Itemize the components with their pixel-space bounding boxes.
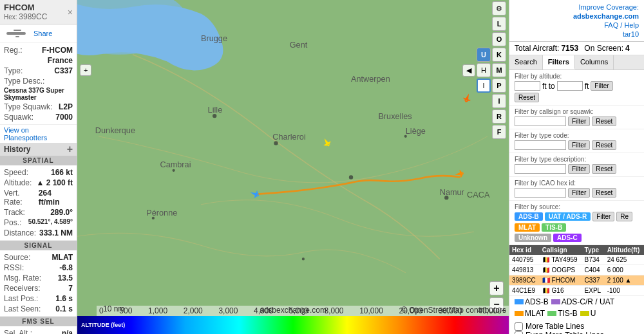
tar10-link[interactable]: tar10 [623,30,639,38]
altitude-bar-label: ALTITUDE (feet) [77,320,129,329]
tab-columns[interactable]: Columns [575,55,614,70]
improve-coverage-link[interactable]: Improve Coverage: [578,3,639,11]
map-O-btn[interactable]: O [492,32,506,46]
map-F-btn[interactable]: F [492,125,506,139]
badge-tisb[interactable]: TIS-B [542,223,566,232]
col-type[interactable]: Type [582,245,605,255]
map-toolbar: + ◀ U H I ⚙ L O K M P I R F [77,0,509,140]
cell-callsign: 🇧🇪 OOGPS [540,265,582,275]
map-M-btn[interactable]: M [492,63,506,77]
badge-mlat[interactable]: MLAT [515,223,540,232]
legend-tisb-label: TIS-B [558,309,578,318]
svg-rect-2 [15,36,19,37]
table-row[interactable]: 440795 🇧🇪 TAY4959 B734 24 625 [509,255,644,265]
type-desc-reset-button[interactable]: Reset [592,164,616,174]
map-nav-left[interactable]: ◀ [462,64,475,77]
map-I-btn[interactable]: I [492,94,506,108]
table-row[interactable]: 44C1E9 🇧🇪 G16 EXPL -100 [509,286,644,296]
aircraft-hex: Hex: 3989CC [4,12,47,21]
map-setting-btn[interactable]: ⚙ [492,1,506,15]
altitude-reset-button[interactable]: Reset [515,93,539,102]
even-more-table-lines-checkbox-label[interactable]: Even More Table Lines [515,331,639,334]
badge-uat[interactable]: UAT / ADS-R [545,212,591,221]
callsign-filter-button[interactable]: Filter [568,116,590,126]
signal-header: SIGNAL [0,241,77,250]
col-altitude[interactable]: Altitude(ft) [605,245,644,255]
map-layer-btn2[interactable]: H [477,63,491,77]
col-hex[interactable]: Hex id [509,245,540,255]
reg-section: Reg.: F-HCOM France Type: C337 Type Desc… [0,43,77,125]
map-attribution: © OpenStreetMap contributors [401,306,506,315]
close-button[interactable]: × [68,7,73,17]
svg-text:Namur: Namur [440,187,465,197]
aircraft-id: FHCOM [4,3,47,12]
map-layer-btn3[interactable]: I [477,79,491,93]
filter-callsign-label: Filter by callsign or squawk: [515,108,639,115]
callsign-filter-input[interactable] [515,116,566,126]
more-table-lines-checkbox-label[interactable]: More Table Lines [515,322,639,331]
filter-icao-label: Filter by ICAO hex id: [515,180,639,187]
legend-adscr-color [551,299,560,304]
add-layer-button[interactable]: + [80,64,91,76]
spatial-section: Speed: 166 kt Altitude: ▲ 2 100 ft Vert.… [0,165,77,241]
altitude-from-input[interactable] [515,81,540,91]
col-callsign[interactable]: Callsign [540,245,582,255]
zoom-in-button[interactable]: + [489,281,504,295]
tab-search[interactable]: Search [509,55,543,70]
type-code-reset-button[interactable]: Reset [592,140,616,150]
altitude-filter-button[interactable]: Filter [591,81,612,91]
legend-mlat-label: MLAT [525,309,545,318]
even-more-table-lines-checkbox[interactable] [515,331,523,335]
icao-filter-button[interactable]: Filter [568,188,590,198]
badge-adsc[interactable]: ADS-C [553,234,582,242]
map-scale-label: 10 nm [103,304,124,313]
aircraft-silhouette-icon [4,27,30,40]
map-R-btn[interactable]: R [492,109,506,124]
table-row[interactable]: 449813 🇧🇪 OOGPS C404 6 000 [509,265,644,275]
history-section-header[interactable]: History + [0,143,77,156]
more-table-lines-checkbox[interactable] [515,322,523,331]
map-P-btn[interactable]: P [492,79,506,93]
share-link[interactable]: Share [33,30,52,37]
filter-type-desc-section: Filter by type description: Filter Reset [509,153,644,177]
cell-altitude: 2 100 ▲ [605,275,644,286]
badge-adsb[interactable]: ADS-B [515,212,543,221]
type-desc-filter-input[interactable] [515,164,566,174]
planespotters-link[interactable]: View on Planespotters [0,125,77,143]
svg-point-10 [173,169,175,172]
type-desc-filter-button[interactable]: Filter [568,164,590,174]
fms-section: Sel. Alt.: n/a Sel. Head.: n/a [0,326,77,334]
badge-unknown[interactable]: Unknown [515,234,551,242]
source-filter-button[interactable]: Filter [592,212,614,221]
cell-altitude: 24 625 [605,255,644,265]
altitude-to-input[interactable] [557,81,583,91]
svg-rect-1 [14,30,21,31]
map-L-btn[interactable]: L [492,17,506,31]
history-add-button[interactable]: + [67,144,73,154]
type-code-filter-input[interactable] [515,140,566,150]
filter-source-label: Filter by source: [515,203,639,210]
faq-help-link[interactable]: FAQ / Help [604,21,639,29]
filter-type-code-label: Filter by type code: [515,132,639,139]
filter-type-code-section: Filter by type code: Filter Reset [509,129,644,153]
callsign-reset-button[interactable]: Reset [592,116,616,126]
source-re-button[interactable]: Re [616,212,632,221]
tab-filters[interactable]: Filters [543,55,575,70]
type-code-filter-button[interactable]: Filter [568,140,590,150]
cell-type: EXPL [582,286,605,296]
map-area[interactable]: CACA Charleroi Lille Cambrai Liège Namur… [77,0,509,334]
table-row[interactable]: 3989CC 🇫🇷 FHCOM C337 2 100 ▲ [509,275,644,286]
legend-u-color [580,311,589,316]
icao-reset-button[interactable]: Reset [592,188,616,198]
svg-rect-0 [6,32,26,35]
legend-row: ADS-B ADS-C/R / UAT MLAT TIS-B U [509,296,644,319]
adsbexchange-link[interactable]: adsbexchange.com [573,12,639,20]
icao-filter-input[interactable] [515,188,566,198]
legend-adsb-color [515,299,524,304]
cell-callsign: 🇧🇪 TAY4959 [540,255,582,265]
cell-hex: 44C1E9 [509,286,540,296]
map-K-btn[interactable]: K [492,48,506,62]
cell-callsign: 🇫🇷 FHCOM [540,275,582,286]
cell-type: B734 [582,255,605,265]
map-layer-btn1[interactable]: U [477,48,491,62]
